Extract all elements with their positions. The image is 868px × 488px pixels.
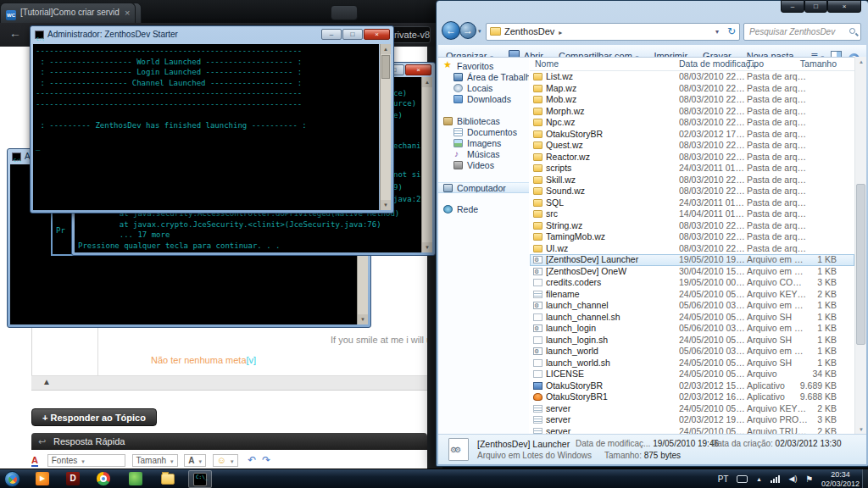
scrollbar-thumb[interactable] (381, 55, 390, 79)
file-row[interactable]: launch_channel.sh 24/05/2010 05:05 Arqui… (530, 312, 854, 324)
search-box[interactable]: Pesquisar ZenthosDev (743, 23, 861, 41)
redo-icon[interactable]: ↷ (262, 454, 270, 466)
file-row[interactable]: launch_login 05/06/2010 03:46 Arquivo em… (530, 323, 854, 335)
forward-button[interactable]: → (459, 22, 476, 39)
scrollbar-thumb[interactable] (856, 184, 865, 345)
column-size[interactable]: Tamanho (799, 58, 837, 69)
nav-item[interactable]: Bibliotecas (438, 116, 529, 127)
file-row[interactable]: OtakuStoryBR1 02/03/2012 16:29 Aplicativ… (530, 391, 854, 403)
keyboard-icon[interactable] (737, 475, 748, 483)
undo-icon[interactable]: ↶ (248, 454, 256, 466)
smiley-select[interactable]: ☺ (213, 454, 238, 467)
close-button[interactable]: × (405, 64, 431, 75)
new-tab-button[interactable] (331, 5, 358, 20)
scroll-up-icon[interactable]: ▲ (856, 57, 866, 68)
file-row[interactable]: OtakuStoryBR 02/03/2012 15:16 Aplicativo… (530, 380, 854, 392)
scroll-up-icon[interactable]: ▲ (422, 77, 432, 87)
console-scrollbar[interactable]: ▲ ▼ (421, 77, 432, 252)
font-size-select[interactable]: Tamanh (132, 454, 178, 467)
file-row[interactable]: filename 24/05/2010 05:05 Arquivo KEYSTO… (530, 289, 854, 301)
file-row[interactable]: Mob.wz 08/03/2010 22:16 Pasta de arquivo… (530, 94, 854, 106)
minimize-button[interactable]: – (321, 29, 342, 40)
scroll-up-icon[interactable]: ▲ (381, 44, 391, 54)
file-row[interactable]: server 24/05/2010 05:05 Arquivo KEYSTORE… (530, 403, 854, 415)
column-date[interactable]: Data de modificaç... (679, 58, 758, 69)
history-dropdown-icon[interactable]: ▾ (478, 28, 481, 35)
console-window-starter[interactable]: Administrador: ZenthosDev Starter –□× --… (30, 25, 394, 214)
font-color-icon[interactable]: A (31, 455, 38, 467)
taskbar-item-chrome[interactable] (92, 470, 115, 488)
nav-item[interactable]: Documentos (438, 127, 529, 138)
file-row[interactable]: launch_world.sh 24/05/2010 05:05 Arquivo… (530, 358, 854, 369)
scroll-down-icon[interactable]: ▼ (422, 242, 432, 252)
file-row[interactable]: launch_world 05/06/2010 03:46 Arquivo em… (530, 346, 854, 358)
action-center-icon[interactable]: ⚑ (805, 469, 813, 488)
breadcrumb-folder[interactable]: ZenthosDev (504, 26, 554, 36)
file-row[interactable]: scripts 24/03/2011 01:56 Pasta de arquiv… (530, 163, 854, 175)
file-row[interactable]: Reactor.wz 08/03/2010 22:16 Pasta de arq… (530, 152, 854, 164)
file-row[interactable]: LICENSE 24/05/2010 05:05 Arquivo 34 KB (530, 369, 854, 380)
file-row[interactable]: TamingMob.wz 08/03/2010 22:17 Pasta de a… (530, 231, 854, 243)
file-list-scrollbar[interactable]: ▲ ▼ (854, 57, 866, 435)
refresh-icon[interactable]: ↻ (727, 24, 736, 40)
close-button[interactable]: × (364, 29, 390, 40)
taskbar-item-explorer[interactable] (156, 470, 180, 488)
taskbar-item-messenger[interactable] (124, 470, 147, 488)
volume-icon[interactable]: ◀) (789, 469, 798, 488)
file-row[interactable]: String.wz 08/03/2010 22:17 Pasta de arqu… (530, 220, 854, 232)
file-row[interactable]: List.wz 08/03/2010 22:12 Pasta de arquiv… (530, 71, 854, 83)
breadcrumb-arrow-icon[interactable]: ▸ (559, 29, 562, 36)
reply-to-topic-button[interactable]: + Responder ao Tópico (31, 408, 157, 426)
scroll-down-icon[interactable]: ▼ (381, 200, 391, 210)
taskbar-item-media-player[interactable]: ▶ (31, 470, 54, 488)
nav-item[interactable]: Videos (438, 160, 529, 171)
address-dropdown-icon[interactable]: ▾ (715, 24, 719, 40)
language-indicator[interactable]: PT (718, 469, 729, 488)
font-family-select[interactable]: Fontes (47, 454, 125, 467)
text-color-select[interactable]: A (184, 454, 206, 467)
nav-item[interactable]: Músicas (438, 149, 529, 160)
nav-item[interactable]: Locais (438, 83, 529, 94)
file-row[interactable]: server 02/03/2012 19:49 Arquivo PROPERT.… (530, 414, 854, 426)
file-row[interactable]: [ZenthosDev] OneW 30/04/2010 15:30 Arqui… (530, 266, 854, 278)
file-row[interactable]: credits.coders 19/05/2010 00:47 Arquivo … (530, 277, 854, 289)
console-scrollbar[interactable]: ▲ ▼ (380, 44, 391, 210)
tab-close-icon[interactable]: × (125, 3, 130, 22)
file-row[interactable]: UI.wz 08/03/2010 22:17 Pasta de arquivos (530, 243, 854, 255)
hidden-icons-arrow[interactable]: ▲ (756, 469, 762, 488)
maximize-button[interactable]: □ (342, 29, 363, 40)
nav-item[interactable]: Favoritos (438, 61, 529, 72)
nav-item[interactable]: Downloads (438, 94, 529, 105)
file-row[interactable]: launch_login.sh 24/05/2010 05:05 Arquivo… (530, 335, 854, 347)
file-row[interactable]: Sound.wz 08/03/2010 22:17 Pasta de arqui… (530, 186, 854, 197)
file-row[interactable]: OtakuStoryBR 02/03/2012 17:47 Pasta de a… (530, 129, 854, 141)
taskbar-item-d-app[interactable]: D (61, 470, 85, 488)
browser-tab[interactable]: WC[Tutorial]Como criar servid × (0, 3, 136, 23)
scroll-down-icon[interactable]: ▼ (358, 314, 368, 324)
back-button[interactable]: ← (442, 21, 460, 40)
column-type[interactable]: Tipo (747, 58, 764, 69)
file-row[interactable]: src 14/04/2011 01:33 Pasta de arquivos (530, 208, 854, 220)
file-row[interactable]: SQL 24/03/2011 01:56 Pasta de arquivos (530, 197, 854, 209)
column-name[interactable]: Nome (535, 58, 559, 69)
file-row[interactable]: Npc.wz 08/03/2010 22:16 Pasta de arquivo… (530, 117, 854, 129)
file-row[interactable]: Skill.wz 08/03/2010 22:17 Pasta de arqui… (530, 175, 854, 186)
nav-item[interactable]: Imagens (438, 138, 529, 149)
start-button[interactable] (4, 471, 20, 487)
back-icon[interactable]: ← (7, 26, 24, 40)
taskbar-clock[interactable]: 20:3402/03/2012 (821, 470, 860, 488)
close-button[interactable]: × (827, 0, 861, 13)
taskbar-item-cmd[interactable]: C:\_ (188, 470, 212, 488)
nav-item[interactable]: Computador (438, 182, 529, 193)
nav-item[interactable]: Área de Trabalho (438, 72, 529, 83)
file-row[interactable]: Morph.wz 08/03/2010 22:15 Pasta de arqui… (530, 106, 854, 118)
file-row[interactable]: [ZenthosDev] Launcher 19/05/2010 19:46 A… (530, 254, 854, 266)
network-signal-icon[interactable] (771, 469, 781, 488)
report-post-icon[interactable]: ▲ (42, 377, 51, 386)
file-row[interactable]: Map.wz 08/03/2010 22:15 Pasta de arquivo… (530, 83, 854, 95)
maximize-button[interactable]: □ (804, 0, 827, 13)
nav-item[interactable]: Rede (438, 204, 529, 215)
show-desktop-button[interactable] (862, 469, 868, 488)
breadcrumb-bar[interactable]: ZenthosDev▸ ▾ ↻ (486, 23, 740, 41)
minimize-button[interactable]: – (781, 0, 804, 13)
